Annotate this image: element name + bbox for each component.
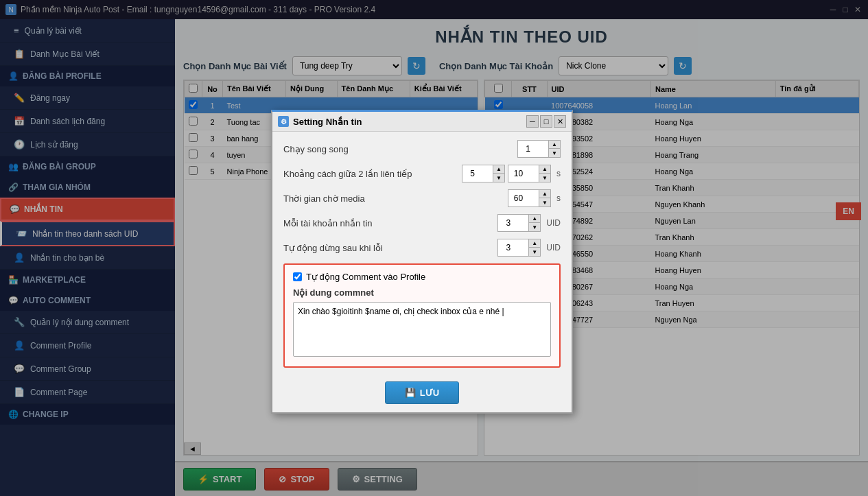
save-button[interactable]: 💾 LƯU (385, 381, 459, 404)
auto-comment-label: Tự động Comment vào Profile (306, 272, 425, 282)
modal-minimize-button[interactable]: ─ (526, 115, 539, 128)
moi-tai-khoan-spinbox[interactable]: ▲ ▼ (497, 214, 541, 232)
chay-song-song-control: ▲ ▼ (517, 140, 561, 158)
khoang-cach-label: Khoảng cách giữa 2 lần liên tiếp (283, 169, 462, 179)
thoi-gian-cho-unit: s (556, 193, 561, 203)
moi-tai-khoan-label: Mỗi tài khoản nhắn tin (283, 218, 497, 228)
chay-song-song-spinbox[interactable]: ▲ ▼ (517, 140, 561, 158)
modal-body: Chạy song song ▲ ▼ Khoảng cách giữa 2 lầ… (272, 132, 572, 376)
auto-comment-section: Tự động Comment vào Profile Nội dung com… (283, 263, 561, 368)
thoi-gian-cho-spinbox[interactable]: ▲ ▼ (508, 189, 551, 207)
modal-overlay: ⚙ Setting Nhắn tin ─ □ ✕ Chạy song song … (0, 0, 868, 496)
noi-dung-comment-label: Nội dung commnet (293, 287, 551, 298)
tu-dong-dung-up[interactable]: ▲ (529, 239, 540, 248)
moi-tai-khoan-input[interactable] (498, 215, 528, 231)
chay-song-song-up[interactable]: ▲ (549, 141, 560, 149)
tu-dong-dung-label: Tự động dừng sau khi lỗi (283, 243, 497, 253)
modal-footer: 💾 LƯU (272, 376, 572, 412)
khoang-cach-control: ▲ ▼ ▲ ▼ s (462, 165, 561, 182)
chay-song-song-row: Chạy song song ▲ ▼ (283, 140, 561, 158)
thoi-gian-cho-input[interactable] (508, 190, 539, 206)
khoang-cach-input2[interactable] (508, 165, 539, 182)
chay-song-song-input[interactable] (518, 141, 548, 157)
modal-restore-button[interactable]: □ (540, 115, 552, 128)
setting-modal: ⚙ Setting Nhắn tin ─ □ ✕ Chạy song song … (271, 110, 573, 414)
khoang-cach-spinbox1[interactable]: ▲ ▼ (462, 165, 505, 182)
modal-titlebar: ⚙ Setting Nhắn tin ─ □ ✕ (272, 112, 572, 132)
moi-tai-khoan-up[interactable]: ▲ (529, 215, 540, 223)
khoang-cach-down1[interactable]: ▼ (493, 174, 504, 182)
auto-comment-checkbox-row: Tự động Comment vào Profile (293, 272, 551, 282)
save-icon: 💾 (405, 388, 416, 398)
moi-tai-khoan-down[interactable]: ▼ (529, 223, 540, 231)
tu-dong-dung-input[interactable] (498, 239, 528, 256)
khoang-cach-up2[interactable]: ▲ (539, 165, 550, 174)
chay-song-song-down[interactable]: ▼ (549, 149, 560, 157)
moi-tai-khoan-unit: UID (546, 218, 561, 228)
modal-titlebar-left: ⚙ Setting Nhắn tin (278, 116, 362, 127)
khoang-cach-input1[interactable] (462, 165, 493, 182)
thoi-gian-cho-up[interactable]: ▲ (539, 190, 550, 198)
khoang-cach-unit: s (556, 169, 561, 178)
auto-comment-checkbox[interactable] (293, 272, 302, 281)
tu-dong-dung-down[interactable]: ▼ (529, 248, 540, 256)
moi-tai-khoan-control: ▲ ▼ UID (497, 214, 561, 232)
chay-song-song-label: Chạy song song (283, 144, 517, 154)
khoang-cach-up1[interactable]: ▲ (493, 165, 504, 174)
tu-dong-dung-row: Tự động dừng sau khi lỗi ▲ ▼ UID (283, 239, 561, 257)
modal-title: Setting Nhắn tin (293, 117, 362, 127)
tu-dong-dung-spinbox[interactable]: ▲ ▼ (497, 239, 541, 257)
khoang-cach-spinbox2[interactable]: ▲ ▼ (508, 165, 551, 182)
thoi-gian-cho-control: ▲ ▼ s (508, 189, 561, 207)
tu-dong-dung-control: ▲ ▼ UID (497, 239, 561, 257)
thoi-gian-cho-label: Thời gian chờ media (283, 193, 508, 204)
moi-tai-khoan-row: Mỗi tài khoản nhắn tin ▲ ▼ UID (283, 214, 561, 232)
modal-close-button[interactable]: ✕ (554, 115, 566, 128)
comment-textarea[interactable]: Xin chào $gioitinh $name ơi, chị check i… (293, 302, 551, 357)
khoang-cach-row: Khoảng cách giữa 2 lần liên tiếp ▲ ▼ ▲ (283, 165, 561, 182)
tu-dong-dung-unit: UID (546, 243, 561, 252)
thoi-gian-cho-down[interactable]: ▼ (539, 198, 550, 206)
modal-controls[interactable]: ─ □ ✕ (526, 115, 566, 128)
modal-icon: ⚙ (278, 116, 289, 127)
thoi-gian-cho-row: Thời gian chờ media ▲ ▼ s (283, 189, 561, 207)
khoang-cach-down2[interactable]: ▼ (539, 174, 550, 182)
